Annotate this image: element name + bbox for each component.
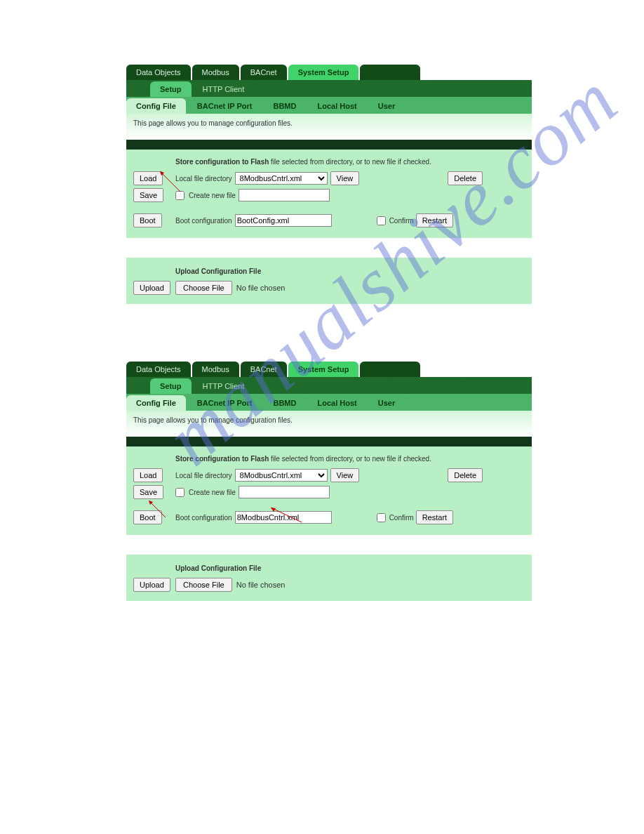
choose-file-button[interactable]: Choose File bbox=[175, 281, 232, 295]
no-file-text: No file chosen bbox=[236, 284, 286, 292]
boot-button[interactable]: Boot bbox=[133, 213, 162, 227]
tab-http-client[interactable]: HTTP Client bbox=[193, 378, 255, 394]
load-button[interactable]: Load bbox=[133, 171, 163, 185]
store-label-rest: file selected from directory, or to new … bbox=[269, 158, 431, 166]
info-bar: This page allows you to manage configura… bbox=[126, 114, 532, 140]
tab-user[interactable]: User bbox=[368, 98, 405, 114]
tab-bacnet-ip-port[interactable]: BACnet IP Port bbox=[187, 98, 262, 114]
upload-section: Upload Configuration File Upload Choose … bbox=[126, 258, 532, 304]
sub-tab-blank bbox=[394, 378, 461, 394]
tab-bacnet-ip-port[interactable]: BACnet IP Port bbox=[187, 395, 262, 411]
store-label: Store configuration to Flash file select… bbox=[175, 158, 431, 166]
upload-button[interactable]: Upload bbox=[133, 578, 170, 592]
local-file-label: Local file directory bbox=[175, 472, 232, 479]
tab-blank bbox=[360, 362, 420, 377]
dark-strip bbox=[126, 140, 532, 150]
tab-modbus[interactable]: Modbus bbox=[192, 362, 239, 377]
tab-bacnet[interactable]: BACnet bbox=[241, 362, 287, 377]
subsub-tab-row: Config File BACnet IP Port BBMD Local Ho… bbox=[126, 394, 532, 411]
page-container: Data Objects Modbus BACnet System Setup … bbox=[0, 0, 644, 685]
sub-tab-blank bbox=[463, 378, 530, 394]
create-new-label: Create new file bbox=[189, 192, 236, 199]
dark-strip bbox=[126, 437, 532, 446]
tab-blank bbox=[360, 65, 420, 80]
upload-title: Upload Configuration File bbox=[175, 564, 261, 572]
subsub-tab-row: Config File BACnet IP Port BBMD Local Ho… bbox=[126, 97, 532, 114]
boot-config-label: Boot configuration bbox=[175, 217, 232, 225]
flash-section: Store configuration to Flash file select… bbox=[126, 150, 532, 238]
sub-tab-blank bbox=[255, 378, 323, 394]
delete-button[interactable]: Delete bbox=[448, 171, 483, 185]
tab-data-objects[interactable]: Data Objects bbox=[126, 362, 191, 377]
choose-file-button[interactable]: Choose File bbox=[175, 578, 232, 592]
sub-tab-row: Setup HTTP Client bbox=[126, 80, 532, 97]
upload-section: Upload Configuration File Upload Choose … bbox=[126, 555, 532, 601]
load-button[interactable]: Load bbox=[133, 468, 163, 482]
subsub-tab-blank bbox=[406, 98, 530, 114]
confirm-checkbox[interactable] bbox=[377, 513, 386, 522]
create-new-checkbox[interactable] bbox=[175, 488, 185, 497]
local-file-label: Local file directory bbox=[175, 175, 232, 183]
config-panel-1: Data Objects Modbus BACnet System Setup … bbox=[126, 63, 532, 304]
confirm-label: Confirm bbox=[389, 217, 414, 225]
info-bar: This page allows you to manage configura… bbox=[126, 411, 532, 437]
new-file-input[interactable] bbox=[239, 486, 330, 498]
sub-tab-row: Setup HTTP Client bbox=[126, 377, 532, 394]
tab-config-file[interactable]: Config File bbox=[126, 395, 186, 411]
create-new-checkbox[interactable] bbox=[175, 191, 185, 200]
view-button[interactable]: View bbox=[330, 171, 360, 185]
tab-setup[interactable]: Setup bbox=[150, 81, 192, 97]
tab-user[interactable]: User bbox=[368, 395, 405, 411]
local-file-select[interactable]: 8ModbusCntrl.xml bbox=[235, 469, 328, 482]
confirm-checkbox[interactable] bbox=[377, 216, 386, 225]
main-tab-row: Data Objects Modbus BACnet System Setup bbox=[126, 63, 532, 80]
boot-config-label: Boot configuration bbox=[175, 514, 232, 522]
new-file-input[interactable] bbox=[239, 189, 330, 201]
store-label-bold: Store configuration to Flash bbox=[175, 455, 269, 463]
sub-tab-blank bbox=[255, 81, 323, 97]
view-button[interactable]: View bbox=[330, 468, 360, 482]
flash-section: Store configuration to Flash file select… bbox=[126, 446, 532, 535]
tab-modbus[interactable]: Modbus bbox=[192, 65, 239, 80]
upload-title: Upload Configuration File bbox=[175, 267, 261, 275]
tab-bbmd[interactable]: BBMD bbox=[263, 395, 306, 411]
store-label: Store configuration to Flash file select… bbox=[175, 455, 431, 463]
store-label-rest: file selected from directory, or to new … bbox=[269, 455, 431, 463]
tab-setup[interactable]: Setup bbox=[150, 378, 192, 394]
delete-button[interactable]: Delete bbox=[448, 468, 483, 482]
tab-config-file[interactable]: Config File bbox=[126, 98, 186, 114]
tab-local-host[interactable]: Local Host bbox=[307, 395, 366, 411]
tab-local-host[interactable]: Local Host bbox=[307, 98, 366, 114]
subsub-tab-blank bbox=[406, 395, 530, 411]
boot-button[interactable]: Boot bbox=[133, 510, 162, 524]
sub-tab-blank bbox=[325, 378, 392, 394]
no-file-text: No file chosen bbox=[236, 581, 286, 589]
confirm-label: Confirm bbox=[389, 514, 414, 522]
tab-bacnet[interactable]: BACnet bbox=[241, 65, 287, 80]
create-new-label: Create new file bbox=[189, 489, 236, 496]
tab-bbmd[interactable]: BBMD bbox=[263, 98, 306, 114]
tab-data-objects[interactable]: Data Objects bbox=[126, 65, 191, 80]
local-file-select[interactable]: 8ModbusCntrl.xml bbox=[235, 172, 328, 185]
tab-http-client[interactable]: HTTP Client bbox=[193, 81, 255, 97]
boot-config-input[interactable] bbox=[235, 214, 332, 227]
main-tab-row: Data Objects Modbus BACnet System Setup bbox=[126, 360, 532, 377]
tab-system-setup[interactable]: System Setup bbox=[288, 362, 359, 377]
store-label-bold: Store configuration to Flash bbox=[175, 158, 269, 166]
restart-button[interactable]: Restart bbox=[416, 510, 453, 524]
sub-tab-blank bbox=[394, 81, 461, 97]
sub-tab-blank bbox=[325, 81, 392, 97]
boot-config-input[interactable] bbox=[235, 511, 332, 524]
restart-button[interactable]: Restart bbox=[416, 213, 453, 227]
config-panel-2: Data Objects Modbus BACnet System Setup … bbox=[126, 360, 532, 601]
save-button[interactable]: Save bbox=[133, 485, 163, 499]
save-button[interactable]: Save bbox=[133, 188, 163, 202]
tab-system-setup[interactable]: System Setup bbox=[288, 65, 359, 80]
sub-tab-blank bbox=[463, 81, 530, 97]
upload-button[interactable]: Upload bbox=[133, 281, 170, 295]
